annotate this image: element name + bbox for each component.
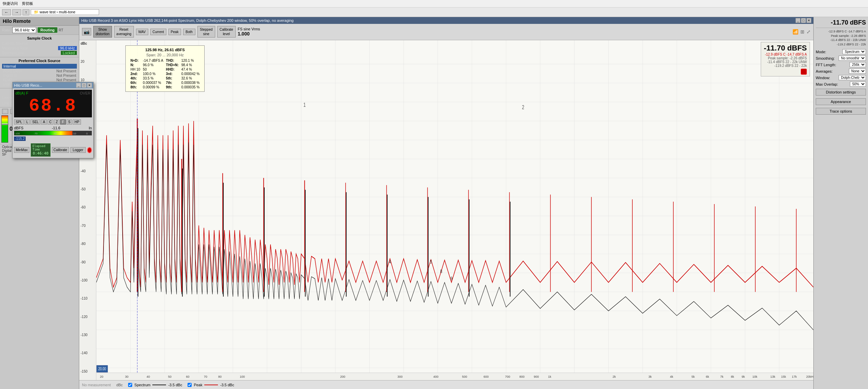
- x-label-13k: 13k: [770, 375, 775, 378]
- x-label-7k: 7k: [720, 375, 724, 378]
- peak-checkbox[interactable]: [188, 383, 192, 387]
- spectrum-minimize-btn[interactable]: _: [796, 18, 800, 23]
- meter-over-label: OVER: [80, 91, 91, 95]
- f-btn[interactable]: F: [60, 119, 66, 125]
- back-btn[interactable]: ←: [2, 9, 11, 15]
- clock-internal[interactable]: Internal: [2, 64, 77, 69]
- x-label-17k: 17k: [792, 375, 797, 378]
- window-label: Window:: [816, 76, 830, 80]
- x-label-800: 800: [519, 375, 524, 378]
- y-label-10: 10: [81, 78, 95, 82]
- svg-text:9: 9: [450, 275, 452, 281]
- max-overlap-select[interactable]: 50%: [850, 82, 866, 87]
- clock-adatin-status: Not Present: [56, 78, 76, 82]
- calibrate-float-btn[interactable]: Calibrate: [52, 147, 69, 153]
- s-btn[interactable]: S: [67, 119, 72, 125]
- z-btn[interactable]: Z: [54, 119, 59, 125]
- routing-btn[interactable]: Routing: [38, 27, 57, 33]
- spl-btn[interactable]: SPL: [14, 119, 24, 125]
- peak-btn[interactable]: Peak: [168, 29, 181, 35]
- fader-left[interactable]: [1, 115, 8, 143]
- elapsed-display: Elapsed Time 0:46:40: [31, 143, 51, 157]
- a-btn[interactable]: A: [41, 119, 47, 125]
- expand-icon[interactable]: ⤢: [807, 29, 811, 34]
- float-window: Hilo USB Reco... _ □ ✕ dB(A) F OVER 68.8…: [12, 82, 94, 158]
- spectrum-title: Hilo USB Record 3 on ASIO Lynx Hilo USB …: [81, 18, 796, 23]
- smoothing-select[interactable]: No smoothing: [839, 56, 866, 61]
- y-label-n130: -130: [81, 333, 95, 337]
- peak-legend-label: Peak: [194, 383, 202, 387]
- distortion-settings-btn[interactable]: Distortion settings: [816, 89, 866, 96]
- menu-jiantieban[interactable]: 剪切板: [22, 1, 33, 6]
- averages-select[interactable]: None: [849, 69, 866, 74]
- float-close-btn[interactable]: ✕: [87, 83, 92, 88]
- synchrolock-value: Locked: [61, 51, 77, 55]
- fft-length-select[interactable]: 256k: [850, 62, 866, 67]
- spectrum-restore-btn[interactable]: □: [801, 18, 806, 23]
- float-titlebar[interactable]: Hilo USB Reco... _ □ ✕: [13, 82, 93, 88]
- path-breadcrumb: wave test › multi-tone: [40, 10, 75, 14]
- c-btn[interactable]: C: [47, 119, 53, 125]
- screenshot-btn[interactable]: 📷: [82, 28, 91, 35]
- svg-text:1: 1: [303, 102, 306, 108]
- rate-select[interactable]: 96.0 kHz: [12, 27, 36, 33]
- info-popup-title: 125.98 Hz, 26.61 dBFS: [129, 48, 201, 52]
- current-source-value: Internal: [64, 41, 77, 45]
- reset-averaging-btn[interactable]: Reset averaging: [114, 26, 134, 38]
- meter-mode-label: dB(A) F: [15, 91, 28, 95]
- y-label-n120: -120: [81, 315, 95, 319]
- menu-kuaijie[interactable]: 快捷访问: [3, 1, 18, 6]
- float-restore-btn[interactable]: □: [82, 83, 86, 88]
- x-label-10k: 10k: [753, 375, 758, 378]
- x-label-9k: 9k: [742, 375, 745, 378]
- x-label-900: 900: [534, 375, 539, 378]
- appearance-btn[interactable]: Appearance: [816, 98, 866, 105]
- clock-digitalin-label: Digital In: [3, 73, 17, 77]
- svg-text:8: 8: [440, 268, 442, 274]
- mode-label: Mode:: [816, 50, 826, 54]
- yaxis-unit: dBc: [81, 42, 95, 45]
- float-minimize-btn[interactable]: _: [76, 83, 81, 88]
- dbfs-readout: -11.70 dBFS -12.9 dBFS C -14.7 dBFS A Pe…: [761, 42, 810, 76]
- spectrum-legend-label: Spectrum: [134, 383, 150, 387]
- stepped-sine-btn[interactable]: Stepped sine: [197, 26, 215, 38]
- window-select[interactable]: Dolph-Chebyshev 200: [839, 75, 866, 80]
- minmax-btn[interactable]: MinMax: [14, 147, 29, 153]
- y-label-n150: -150: [81, 370, 95, 373]
- x-label-100: 100: [240, 375, 245, 378]
- float-title-text: Hilo USB Reco...: [14, 83, 42, 87]
- l-btn[interactable]: L: [25, 119, 30, 125]
- wav-btn[interactable]: WAV: [136, 29, 148, 35]
- mode-select[interactable]: Spectrum: [842, 49, 866, 54]
- level-value: -11.6: [52, 126, 60, 130]
- x-label-2k: 2k: [612, 375, 616, 378]
- rt-label: RT: [59, 28, 63, 32]
- trace-options-btn[interactable]: Trace options: [816, 108, 866, 115]
- spectrum-checkbox[interactable]: [128, 383, 132, 387]
- y-label-n80: -80: [81, 242, 95, 246]
- fader-m-btn[interactable]: M: [2, 109, 8, 114]
- current-btn[interactable]: Current: [150, 29, 166, 35]
- hp-btn[interactable]: HP: [73, 119, 81, 125]
- both-btn[interactable]: Both: [183, 29, 195, 35]
- x-label-30: 30: [125, 375, 128, 378]
- x-label-500: 500: [462, 375, 467, 378]
- peak-legend: Peak -3.5 dBc: [188, 383, 234, 387]
- spectrum-close-btn[interactable]: ✕: [807, 18, 811, 23]
- calibrate-level-btn[interactable]: Calibrate level: [217, 26, 236, 38]
- show-distortion-btn[interactable]: Show distortion: [93, 26, 112, 38]
- sel-btn[interactable]: SEL: [30, 119, 40, 125]
- clock-adatin-label: ADAT In: [3, 78, 17, 82]
- right-line1: -12.9 dBFS C -14.7 dBFS A: [816, 29, 866, 34]
- logger-btn[interactable]: Logger: [70, 147, 86, 153]
- forward-btn[interactable]: →: [12, 9, 21, 15]
- rec-btn[interactable]: [87, 147, 92, 153]
- red-indicator-btn[interactable]: [801, 69, 807, 75]
- folder-icon: 📁: [34, 10, 39, 14]
- up-btn[interactable]: ↑: [23, 9, 29, 15]
- fs-sine-value: 1.000: [238, 31, 260, 37]
- y-label-20: 20: [81, 60, 95, 63]
- x-label-1k: 1k: [548, 375, 551, 378]
- fs-sine-label: FS sine Vrms: [238, 27, 260, 31]
- layout-icon[interactable]: ⊞: [800, 29, 804, 34]
